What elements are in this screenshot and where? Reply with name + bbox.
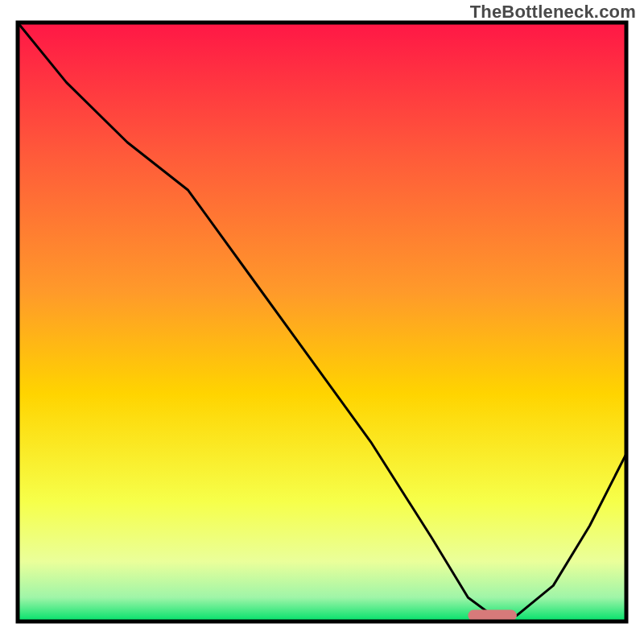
bottleneck-chart <box>0 0 644 644</box>
chart-container: TheBottleneck.com <box>0 0 644 644</box>
watermark-label: TheBottleneck.com <box>470 2 636 23</box>
plot-background <box>18 23 626 621</box>
